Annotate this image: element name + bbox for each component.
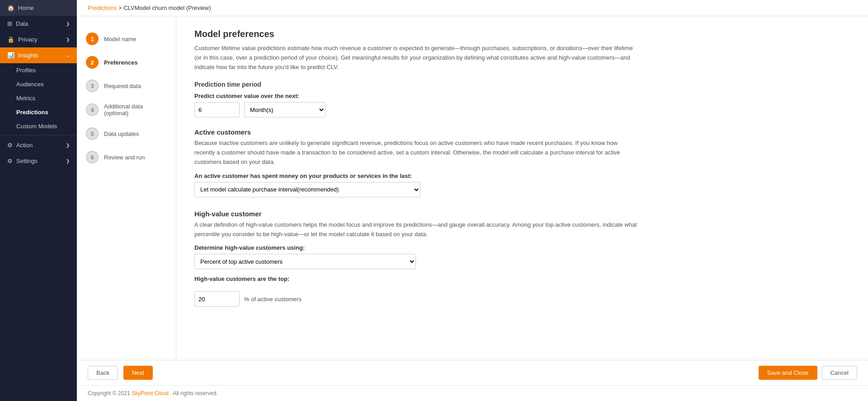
predict-value-label: Predict customer value over the next: bbox=[194, 93, 850, 99]
next-button[interactable]: Next bbox=[123, 366, 153, 380]
chevron-right-icon: ❯ bbox=[66, 21, 70, 26]
data-icon: ⊞ bbox=[7, 20, 12, 27]
high-value-desc: A clear definition of high-value custome… bbox=[194, 220, 637, 239]
step-label-6: Review and run bbox=[104, 154, 145, 161]
breadcrumb-current: CLVModel churn model (Preview) bbox=[123, 5, 211, 11]
sidebar-item-label: Action bbox=[16, 142, 33, 149]
top-percent-inputs: % of active customers bbox=[194, 291, 302, 307]
step-circle-3: 3 bbox=[86, 79, 99, 92]
top-percent-label: High-value customers are the top: bbox=[194, 275, 289, 282]
form-area: Model preferences Customer lifetime valu… bbox=[176, 16, 868, 360]
high-value-title: High-value customer bbox=[194, 210, 850, 218]
chevron-right-icon: ❯ bbox=[66, 143, 70, 148]
sidebar-item-settings[interactable]: ⚙ Settings ❯ bbox=[0, 153, 77, 169]
active-customers-desc: Because inactive customers are unlikely … bbox=[194, 139, 637, 167]
step-label-4: Additional data (optional) bbox=[104, 103, 167, 117]
settings-icon: ⚙ bbox=[7, 158, 13, 164]
step-label-5: Data updates bbox=[104, 131, 139, 137]
profiles-label: Profiles bbox=[16, 67, 36, 74]
chevron-right-icon: ❯ bbox=[66, 37, 70, 42]
active-customer-interval-select[interactable]: Let model calculate purchase interval(re… bbox=[194, 182, 420, 197]
main-layout: 🏠 Home ⊞ Data ❯ 🔒 Privacy ❯ 📊 Insights ⌄… bbox=[0, 0, 868, 401]
sidebar-item-insights[interactable]: 📊 Insights ⌄ bbox=[0, 47, 77, 63]
copyright-company-link[interactable]: SkyPoint Cloud bbox=[132, 390, 169, 396]
audiences-label: Audiences bbox=[16, 81, 44, 88]
step-circle-2: 2 bbox=[86, 56, 99, 69]
content-area: Predictions > CLVModel churn model (Prev… bbox=[77, 0, 868, 401]
active-customers-title: Active customers bbox=[194, 128, 850, 136]
sidebar-sub-item-audiences[interactable]: Audiences bbox=[0, 77, 77, 91]
back-button[interactable]: Back bbox=[88, 366, 118, 380]
step-4[interactable]: 4 Additional data (optional) bbox=[77, 98, 176, 122]
chevron-right-icon: ❯ bbox=[66, 159, 70, 163]
sidebar-sub-item-custom-models[interactable]: Custom Models bbox=[0, 119, 77, 133]
save-close-button[interactable]: Save and Close bbox=[759, 366, 817, 380]
step-circle-6: 6 bbox=[86, 151, 99, 163]
breadcrumb: Predictions > CLVModel churn model (Prev… bbox=[77, 0, 868, 16]
predict-value-inputs: Month(s) Year(s) Day(s) bbox=[194, 102, 850, 117]
home-icon: 🏠 bbox=[7, 5, 14, 11]
top-percent-suffix: % of active customers bbox=[244, 296, 302, 303]
cancel-button[interactable]: Cancel bbox=[822, 366, 857, 380]
determine-hv-select[interactable]: Percent of top active customers Absolute… bbox=[194, 254, 416, 269]
sidebar-item-privacy[interactable]: 🔒 Privacy ❯ bbox=[0, 32, 77, 47]
form-intro: Customer lifetime value predictions esti… bbox=[194, 44, 637, 72]
step-1[interactable]: 1 Model name bbox=[77, 27, 176, 51]
footer-bar: Back Next Save and Close Cancel bbox=[77, 360, 868, 385]
predict-value-input[interactable] bbox=[194, 102, 240, 117]
step-label-1: Model name bbox=[104, 36, 137, 42]
step-circle-5: 5 bbox=[86, 127, 99, 140]
sidebar-sub-item-predictions[interactable]: Predictions bbox=[0, 105, 77, 119]
footer-right: Save and Close Cancel bbox=[759, 366, 857, 380]
breadcrumb-separator: > bbox=[118, 5, 123, 11]
sidebar-item-label: Privacy bbox=[18, 36, 38, 43]
insights-icon: 📊 bbox=[7, 52, 14, 59]
step-3[interactable]: 3 Required data bbox=[77, 74, 176, 98]
active-customer-field-label: An active customer has spent money on yo… bbox=[194, 173, 850, 179]
top-percent-input[interactable] bbox=[194, 291, 240, 307]
metrics-label: Metrics bbox=[16, 95, 35, 102]
custom-models-label: Custom Models bbox=[16, 123, 57, 130]
app-wrapper: 🏠 Home ⊞ Data ❯ 🔒 Privacy ❯ 📊 Insights ⌄… bbox=[0, 0, 868, 401]
top-percent-group: High-value customers are the top: % of a… bbox=[194, 275, 850, 307]
sidebar-item-label: Insights bbox=[18, 52, 38, 59]
active-customers-section: Active customers Because inactive custom… bbox=[194, 128, 850, 197]
sidebar-item-action[interactable]: ⚙ Action ❯ bbox=[0, 137, 77, 153]
copyright-text: Copyright © 2021 bbox=[88, 390, 132, 396]
copyright-suffix: . All rights reserved. bbox=[170, 390, 217, 396]
steps-panel: 1 Model name 2 Preferences 3 bbox=[77, 16, 176, 360]
step-5[interactable]: 5 Data updates bbox=[77, 122, 176, 145]
step-circle-1: 1 bbox=[86, 33, 99, 45]
predictions-label: Predictions bbox=[16, 109, 48, 116]
breadcrumb-parent[interactable]: Predictions bbox=[88, 5, 117, 11]
step-label-3: Required data bbox=[104, 83, 141, 89]
copyright-bar: Copyright © 2021 SkyPoint Cloud . All ri… bbox=[77, 385, 868, 401]
action-icon: ⚙ bbox=[7, 142, 13, 149]
lock-icon: 🔒 bbox=[7, 36, 14, 43]
step-2[interactable]: 2 Preferences bbox=[77, 51, 176, 74]
main-body: 1 Model name 2 Preferences 3 bbox=[77, 16, 868, 360]
page-title: Model preferences bbox=[194, 29, 850, 39]
determine-hv-label: Determine high-value customers using: bbox=[194, 244, 850, 251]
sidebar-item-label: Data bbox=[16, 20, 28, 27]
sidebar-item-label: Home bbox=[18, 5, 34, 11]
step-circle-4: 4 bbox=[86, 103, 99, 116]
sidebar-item-label: Settings bbox=[16, 158, 38, 164]
prediction-time-section-label: Prediction time period bbox=[194, 81, 850, 88]
step-label-2: Preferences bbox=[104, 59, 137, 66]
step-6[interactable]: 6 Review and run bbox=[77, 145, 176, 169]
sidebar-divider bbox=[0, 135, 77, 135]
sidebar-item-data[interactable]: ⊞ Data ❯ bbox=[0, 16, 77, 32]
sidebar-item-home[interactable]: 🏠 Home bbox=[0, 0, 77, 16]
sidebar-sub-item-metrics[interactable]: Metrics bbox=[0, 91, 77, 105]
predict-period-select[interactable]: Month(s) Year(s) Day(s) bbox=[244, 102, 326, 117]
chevron-down-icon: ⌄ bbox=[66, 53, 70, 58]
prediction-time-group: Prediction time period Predict customer … bbox=[194, 81, 850, 117]
sidebar-sub-item-profiles[interactable]: Profiles bbox=[0, 63, 77, 77]
high-value-section: High-value customer A clear definition o… bbox=[194, 210, 850, 307]
sidebar: 🏠 Home ⊞ Data ❯ 🔒 Privacy ❯ 📊 Insights ⌄… bbox=[0, 0, 77, 401]
